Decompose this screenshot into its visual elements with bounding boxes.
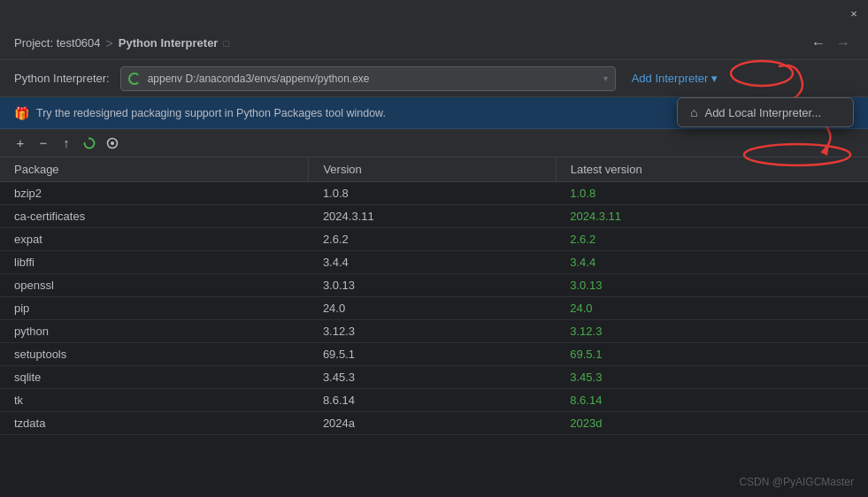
add-package-button[interactable]: + [11,134,30,153]
watermark: CSDN @PyAIGCMaster [739,476,854,488]
package-name: bzip2 [0,182,309,205]
package-name: pip [0,297,309,320]
home-icon: ⌂ [690,105,697,119]
package-latest-version: 2023d [556,412,868,435]
table-row[interactable]: tk8.6.148.6.14 [0,389,868,412]
package-latest-version: 3.12.3 [556,320,868,343]
svg-point-2 [111,141,114,145]
title-bar: × [0,0,868,27]
package-latest-version: 2024.3.11 [556,205,868,228]
gift-icon: 🎁 [14,106,29,120]
package-name: tk [0,389,309,412]
package-name: sqlite [0,366,309,389]
forward-button[interactable]: → [833,34,854,53]
table-row[interactable]: bzip21.0.81.0.8 [0,182,868,205]
packages-section: Package Version Latest version bzip21.0.… [0,157,868,497]
page-icon: □ [223,38,229,49]
close-button[interactable]: × [847,6,861,20]
package-version: 24.0 [309,297,556,320]
package-name: setuptools [0,343,309,366]
column-latest: Latest version [556,157,868,182]
package-latest-version: 24.0 [556,297,868,320]
packages-table-container[interactable]: Package Version Latest version bzip21.0.… [0,157,868,497]
package-latest-version: 8.6.14 [556,389,868,412]
back-button[interactable]: ← [808,34,829,53]
table-header-row: Package Version Latest version [0,157,868,182]
package-name: expat [0,228,309,251]
add-local-interpreter-item[interactable]: ⌂ Add Local Interpreter... [678,98,853,126]
package-version: 3.45.3 [309,366,556,389]
package-latest-version: 69.5.1 [556,343,868,366]
package-toolbar: + − ↑ [0,129,868,157]
package-version: 2024.3.11 [309,205,556,228]
breadcrumb-bar: Project: test0604 > Python Interpreter □… [0,27,868,60]
svg-point-0 [85,138,95,148]
table-row[interactable]: libffi3.4.43.4.4 [0,251,868,274]
package-name: openssl [0,274,309,297]
table-row[interactable]: tzdata2024a2023d [0,412,868,435]
package-version: 3.12.3 [309,320,556,343]
package-latest-version: 1.0.8 [556,182,868,205]
project-label[interactable]: Project: test0604 [14,36,101,50]
table-row[interactable]: pip24.024.0 [0,297,868,320]
package-name: libffi [0,251,309,274]
column-package: Package [0,157,309,182]
package-name: tzdata [0,412,309,435]
update-package-button[interactable]: ↑ [57,134,76,153]
package-version: 2.6.2 [309,228,556,251]
table-row[interactable]: openssl3.0.133.0.13 [0,274,868,297]
package-version: 8.6.14 [309,389,556,412]
package-latest-version: 2.6.2 [556,228,868,251]
package-latest-version: 3.4.4 [556,251,868,274]
package-name: ca-certificates [0,205,309,228]
table-row[interactable]: sqlite3.45.33.45.3 [0,366,868,389]
chevron-down-icon: ▾ [603,73,608,83]
interpreter-label: Python Interpreter: [14,72,110,85]
package-version: 69.5.1 [309,343,556,366]
interpreter-status-icon [128,73,141,85]
interpreter-row: Python Interpreter: appenv D:/anaconda3/… [0,60,868,97]
spinner-icon [80,134,99,153]
remove-package-button[interactable]: − [34,134,53,153]
interpreter-dropdown: ⌂ Add Local Interpreter... [677,97,854,127]
show-options-button[interactable] [103,134,122,153]
table-row[interactable]: ca-certificates2024.3.112024.3.11 [0,205,868,228]
interpreter-name: appenv D:/anaconda3/envs/appenv/python.e… [148,73,596,85]
add-interpreter-button[interactable]: Add Interpreter ▾ [626,68,724,88]
table-row[interactable]: setuptools69.5.169.5.1 [0,343,868,366]
interpreter-select[interactable]: appenv D:/anaconda3/envs/appenv/python.e… [120,66,616,91]
table-row[interactable]: python3.12.33.12.3 [0,320,868,343]
package-latest-version: 3.0.13 [556,274,868,297]
breadcrumb-separator: > [106,36,113,50]
nav-arrows: ← → [808,34,854,53]
package-version: 1.0.8 [309,182,556,205]
package-version: 3.0.13 [309,274,556,297]
package-version: 3.4.4 [309,251,556,274]
package-version: 2024a [309,412,556,435]
breadcrumb: Project: test0604 > Python Interpreter □ [14,36,229,50]
chevron-down-icon: ▾ [711,72,718,85]
packages-table: Package Version Latest version bzip21.0.… [0,157,868,435]
table-row[interactable]: expat2.6.22.6.2 [0,228,868,251]
package-name: python [0,320,309,343]
breadcrumb-current[interactable]: Python Interpreter [119,36,219,50]
package-latest-version: 3.45.3 [556,366,868,389]
column-version: Version [309,157,556,182]
